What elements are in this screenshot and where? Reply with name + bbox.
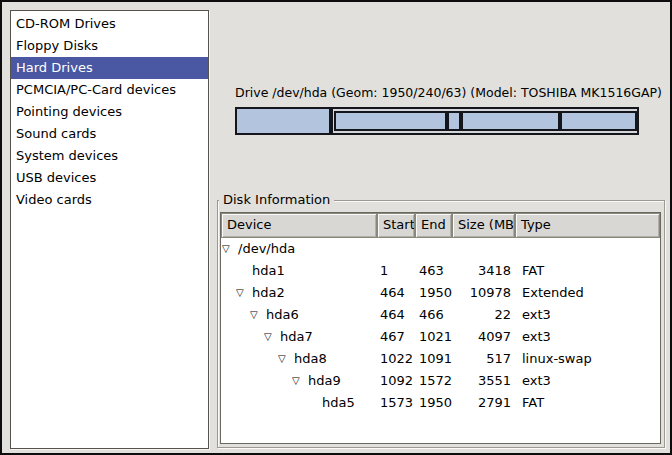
column-header-start[interactable]: Start: [377, 213, 415, 238]
start-cell: 1092: [377, 370, 415, 392]
type-cell: FAT: [515, 392, 660, 414]
table-row-hda8[interactable]: ▽hda810221091517linux-swap: [221, 348, 660, 370]
table-row-hda9[interactable]: ▽hda9109215723551ext3: [221, 370, 660, 392]
table-header-row: Device Start End Size (MB) Type: [221, 213, 660, 238]
sidebar-item-system-devices[interactable]: System devices: [11, 145, 208, 167]
device-label: /dev/hda: [238, 238, 295, 260]
logical-partition-segment-hda5: [560, 111, 637, 131]
type-cell: ext3: [515, 370, 660, 392]
sidebar-item-cd-rom-drives[interactable]: CD-ROM Drives: [11, 13, 208, 35]
end-cell: 1021: [415, 326, 452, 348]
device-label: hda2: [252, 282, 285, 304]
column-header-device[interactable]: Device: [221, 213, 377, 238]
end-cell: 1950: [415, 392, 452, 414]
size-cell: 517: [452, 348, 515, 370]
device-cell: ▽hda2: [221, 282, 377, 304]
expander-icon[interactable]: ▽: [278, 348, 294, 370]
column-header-type[interactable]: Type: [515, 213, 660, 238]
start-cell: 467: [377, 326, 415, 348]
table-row-dev-hda[interactable]: ▽/dev/hda: [221, 238, 660, 260]
table-body: ▽/dev/hdahda114633418FAT▽hda246419501097…: [221, 238, 660, 414]
end-cell: 466: [415, 304, 452, 326]
size-cell: 10978: [452, 282, 515, 304]
device-label: hda7: [280, 326, 313, 348]
device-label: hda9: [308, 370, 341, 392]
start-cell: 464: [377, 282, 415, 304]
size-cell: 3418: [452, 260, 515, 282]
device-label: hda6: [266, 304, 299, 326]
start-cell: 464: [377, 304, 415, 326]
disk-info-table: Device Start End Size (MB) Type ▽/dev/hd…: [220, 212, 661, 444]
disk-information-frame-label: Disk Information: [219, 193, 334, 207]
start-cell: [377, 238, 415, 260]
logical-partition-segment-hda7: [334, 111, 447, 131]
table-row-hda1[interactable]: hda114633418FAT: [221, 260, 660, 282]
table-row-hda2[interactable]: ▽hda2464195010978Extended: [221, 282, 660, 304]
expander-icon[interactable]: ▽: [222, 238, 238, 260]
end-cell: 463: [415, 260, 452, 282]
type-cell: [515, 238, 660, 260]
expander-icon[interactable]: ▽: [264, 326, 280, 348]
device-label: hda5: [322, 392, 355, 414]
size-cell: 3551: [452, 370, 515, 392]
sidebar-item-sound-cards[interactable]: Sound cards: [11, 123, 208, 145]
table-row-hda6[interactable]: ▽hda646446622ext3: [221, 304, 660, 326]
table-row-hda5[interactable]: hda5157319502791FAT: [221, 392, 660, 414]
partition-bar: [235, 107, 639, 135]
expander-icon[interactable]: ▽: [292, 370, 308, 392]
expander-icon[interactable]: ▽: [250, 304, 266, 326]
type-cell: ext3: [515, 326, 660, 348]
end-cell: 1091: [415, 348, 452, 370]
start-cell: 1: [377, 260, 415, 282]
type-cell: linux-swap: [515, 348, 660, 370]
drive-info-label: Drive /dev/hda (Geom: 1950/240/63) (Mode…: [235, 85, 639, 100]
start-cell: 1573: [377, 392, 415, 414]
column-header-size[interactable]: Size (MB): [452, 213, 515, 238]
size-cell: [452, 238, 515, 260]
device-label: hda8: [294, 348, 327, 370]
type-cell: ext3: [515, 304, 660, 326]
partition-segment-hda1: [235, 107, 331, 135]
size-cell: 22: [452, 304, 515, 326]
size-cell: 4097: [452, 326, 515, 348]
expander-icon[interactable]: ▽: [236, 282, 252, 304]
table-row-hda7[interactable]: ▽hda746710214097ext3: [221, 326, 660, 348]
device-category-list: CD-ROM DrivesFloppy DisksHard DrivesPCMC…: [10, 10, 209, 449]
device-cell: ▽hda7: [221, 326, 377, 348]
device-cell: ▽hda9: [221, 370, 377, 392]
device-cell: ▽/dev/hda: [221, 238, 377, 260]
sidebar-item-pointing-devices[interactable]: Pointing devices: [11, 101, 208, 123]
type-cell: FAT: [515, 260, 660, 282]
device-cell: ▽hda6: [221, 304, 377, 326]
end-cell: [415, 238, 452, 260]
device-cell: hda5: [221, 392, 377, 414]
sidebar-item-usb-devices[interactable]: USB devices: [11, 167, 208, 189]
logical-partition-segment-hda8: [447, 111, 461, 131]
extended-partition-segment-hda2: [331, 107, 639, 135]
device-label: hda1: [252, 260, 285, 282]
device-cell: ▽hda8: [221, 348, 377, 370]
sidebar-item-hard-drives[interactable]: Hard Drives: [11, 57, 208, 79]
end-cell: 1950: [415, 282, 452, 304]
sidebar-item-pcmcia-pc-card-devices[interactable]: PCMCIA/PC-Card devices: [11, 79, 208, 101]
type-cell: Extended: [515, 282, 660, 304]
device-cell: hda1: [221, 260, 377, 282]
logical-partition-segment-hda9: [461, 111, 559, 131]
sidebar-item-floppy-disks[interactable]: Floppy Disks: [11, 35, 208, 57]
size-cell: 2791: [452, 392, 515, 414]
start-cell: 1022: [377, 348, 415, 370]
end-cell: 1572: [415, 370, 452, 392]
column-header-end[interactable]: End: [415, 213, 452, 238]
sidebar-item-video-cards[interactable]: Video cards: [11, 189, 208, 211]
hardware-browser-window: { "colors": { "accent": "#4a57a3", "part…: [0, 0, 672, 455]
